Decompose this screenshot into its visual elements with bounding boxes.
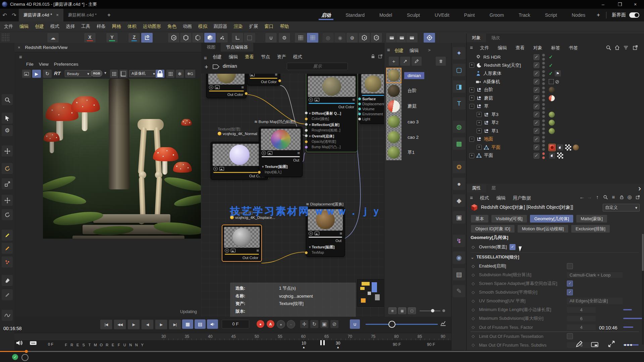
object-row-草3[interactable]: +草3 — [467, 111, 644, 119]
video-circle-icon[interactable] — [21, 354, 29, 361]
object-manager-menu-3[interactable]: 对象 — [533, 45, 542, 51]
center-a-icon[interactable]: ◎ — [322, 33, 334, 43]
autokey-button[interactable]: A — [267, 320, 274, 328]
marker-letter-11[interactable]: N — [128, 343, 134, 347]
visibility-toggle-dots[interactable] — [542, 144, 545, 151]
ruler-tick-70[interactable]: 70 — [348, 334, 352, 339]
graph-minimap[interactable] — [357, 279, 384, 307]
marker-letter-9[interactable]: F — [116, 343, 122, 347]
keyframe-object-button[interactable]: ◦ — [287, 320, 295, 328]
material-台阶[interactable]: 台阶 — [384, 83, 451, 99]
move-snap-icon[interactable] — [2, 195, 13, 206]
visibility-toggle-dots[interactable] — [542, 111, 545, 118]
edit-enable-toggle[interactable] — [534, 128, 539, 134]
edit-enable-toggle[interactable] — [534, 112, 539, 117]
ruler-tick-30[interactable]: 30 — [161, 334, 166, 339]
layout-tab-Sculpt[interactable]: Sculpt — [399, 9, 427, 21]
ruler-tick-90[interactable]: 90 — [441, 334, 445, 339]
edit-enable-toggle[interactable] — [534, 95, 539, 101]
axis-icon[interactable]: ✦ — [453, 47, 465, 59]
material-tag-brown[interactable] — [573, 144, 579, 150]
screen-st-icon[interactable]: ▤ — [453, 268, 465, 281]
new-interface-label[interactable]: 新界面 — [608, 12, 629, 18]
menubar-item-3[interactable]: 模式 — [50, 23, 59, 29]
spline-icon[interactable] — [2, 310, 13, 321]
menubar-item-13[interactable]: 跟踪器 — [214, 23, 227, 29]
world-coordinates-icon[interactable] — [141, 33, 153, 43]
pen-yellow-icon[interactable] — [2, 230, 13, 241]
displacement-texture-node[interactable]: S≡ Out Color — [222, 225, 262, 262]
expand-toggle-icon[interactable]: + — [469, 96, 474, 101]
refresh-icon[interactable]: ↻ — [43, 69, 52, 78]
visibility-toggle-dots[interactable] — [542, 95, 545, 102]
port-icon[interactable] — [358, 107, 361, 111]
edit-enable-toggle[interactable] — [534, 71, 539, 76]
crop-icon[interactable] — [119, 69, 128, 78]
object-row-RS HDR[interactable]: RS HDR✓ — [467, 53, 644, 61]
visibility-hex-icon[interactable] — [358, 33, 370, 43]
output-port-Displacement[interactable]: Displacement — [360, 101, 384, 106]
delete-material-button[interactable] — [435, 56, 446, 66]
dither-grid-icon[interactable] — [110, 69, 118, 78]
snap-magnet-icon[interactable]: ∪ — [265, 33, 277, 43]
marker-letter-5[interactable]: M — [93, 343, 99, 347]
attr-checkbox[interactable]: ✓ — [509, 244, 516, 250]
material-cao 3[interactable]: cao 3 — [384, 114, 451, 129]
object-row-蘑菇[interactable]: +蘑菇 — [467, 94, 644, 103]
deformer-icon[interactable]: ↯ — [453, 235, 465, 247]
snap-settings-icon[interactable]: ⚙ — [278, 33, 290, 43]
out-color-port[interactable]: Out Color — [248, 79, 280, 85]
out-color-port[interactable]: Out Color — [207, 92, 246, 98]
attr-value[interactable]: All Edges[全部边缘] — [567, 298, 623, 304]
start-ipr-icon[interactable]: ▶ — [32, 69, 41, 78]
attr-tab-Exclusion[排除][interactable]: Exclusion[排除] — [571, 225, 610, 233]
forward-arrow-icon[interactable]: → — [586, 194, 593, 200]
node-editor-menu-5[interactable]: 模式 — [293, 54, 302, 60]
layout-tab-Track[interactable]: Track — [511, 9, 537, 21]
material-thumbnail[interactable] — [386, 145, 401, 160]
expand-toggle-icon[interactable]: + — [469, 87, 474, 93]
search-icon[interactable] — [2, 94, 13, 105]
uv-tag-icon[interactable] — [565, 144, 572, 151]
node-section-1[interactable]: ▾Reflection[反射] — [306, 122, 357, 128]
port-icon[interactable] — [358, 112, 361, 116]
output-node[interactable]: ◎ Output SurfaceDisplacementVolumeEnviro… — [359, 74, 384, 124]
node-graph[interactable]: S≡ Out Color ≡ Out Color ◍ RS Material S… — [201, 74, 384, 317]
material-label[interactable]: 草1 — [404, 148, 418, 157]
object-row-草[interactable]: −草 — [467, 102, 644, 111]
undock-icon[interactable] — [634, 194, 641, 200]
menubar-item-16[interactable]: 窗口 — [265, 23, 274, 29]
expand-toggle-icon[interactable]: + — [477, 145, 482, 150]
renderview-menu-icon[interactable]: ≡ — [19, 54, 22, 60]
tab-层[interactable]: 层 — [486, 184, 501, 192]
search-icon[interactable] — [605, 44, 612, 51]
video-pause-icon[interactable] — [320, 340, 325, 345]
video-progress-bar[interactable] — [0, 351, 644, 352]
marker-letter-8[interactable]: E — [110, 343, 116, 347]
layout-tab-Paint[interactable]: Paint — [457, 9, 482, 21]
out-port[interactable]: Out — [306, 238, 344, 244]
ruler-tick-65[interactable]: 65 — [324, 334, 329, 339]
attr-number-field[interactable]: 4 — [567, 307, 596, 313]
thumbnail-size-slider[interactable] — [420, 310, 440, 311]
menubar-item-14[interactable]: 渲染 — [234, 23, 243, 29]
video-keyboard-icon[interactable] — [30, 339, 37, 347]
object-row-平面[interactable]: +平面 — [467, 152, 644, 160]
edit-enable-toggle[interactable] — [534, 144, 539, 150]
range-start-label[interactable]: 0 F — [48, 342, 53, 346]
materials-menu-more[interactable]: > — [428, 48, 431, 53]
material-thumbnail[interactable] — [386, 83, 401, 99]
assign-material-button[interactable]: ↗ — [400, 56, 411, 66]
attr-tab-Object ID[对象 ID][interactable]: Object ID[对象 ID] — [471, 225, 515, 233]
material-tag-green[interactable] — [549, 120, 555, 126]
minimize-button[interactable]: – — [596, 0, 610, 9]
menubar-item-1[interactable]: 编辑 — [19, 23, 29, 29]
ruler-tick-80[interactable]: 80 — [394, 334, 398, 339]
attr-tab-Matte[蒙版][interactable]: Matte[蒙版] — [576, 215, 607, 223]
redshift-tag-icon[interactable]: ⬟ — [549, 144, 555, 151]
paint-dots-icon[interactable] — [2, 256, 13, 267]
undo-icon[interactable]: ↶ — [0, 12, 9, 18]
transport-5[interactable]: ▶| — [169, 319, 181, 329]
cube-icon[interactable]: ◨ — [453, 80, 465, 93]
record-rotation-icon[interactable]: ↻ — [310, 320, 318, 328]
